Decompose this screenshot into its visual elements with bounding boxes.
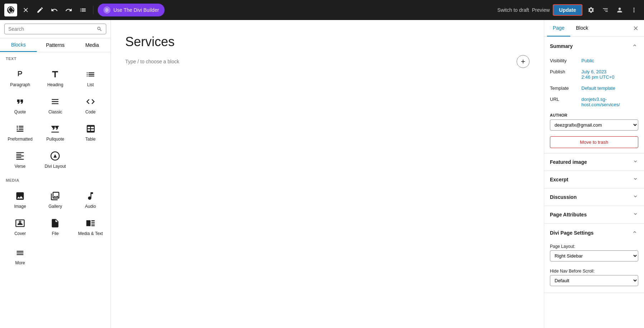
excerpt-chevron (633, 176, 638, 183)
quote-label: Quote (14, 109, 26, 114)
more-block-icon (15, 248, 25, 258)
publish-label: Publish (550, 69, 579, 74)
divi-settings-toggle[interactable] (631, 229, 638, 237)
gallery-icon (50, 191, 60, 201)
block-paragraph[interactable]: Paragraph (3, 64, 37, 91)
template-label: Template (550, 85, 579, 91)
file-icon (50, 218, 60, 228)
add-block-button[interactable] (517, 55, 530, 68)
block-audio[interactable]: Audio (73, 186, 108, 212)
chevron-down-icon-3 (633, 194, 638, 199)
publish-value[interactable]: July 6, 2023 2:46 pm UTC+0 (581, 69, 614, 80)
view-toggle-button[interactable] (600, 4, 611, 16)
preview-button[interactable]: Preview (532, 7, 550, 13)
template-row: Template Default template (544, 83, 644, 94)
cover-label: Cover (14, 231, 26, 236)
tab-block[interactable]: Block (570, 20, 594, 36)
discussion-header[interactable]: Discussion (544, 189, 644, 206)
publish-line2: 2:46 pm UTC+0 (581, 74, 614, 80)
close-button[interactable] (20, 4, 31, 16)
classic-label: Classic (48, 109, 62, 114)
publish-row: Publish July 6, 2023 2:46 pm UTC+0 (544, 66, 644, 83)
discussion-title: Discussion (550, 194, 577, 200)
more-options-button[interactable] (628, 4, 640, 16)
block-preformatted[interactable]: Preformatted (3, 119, 37, 145)
block-media-text[interactable]: Media & Text (73, 213, 108, 240)
block-more[interactable]: More (3, 243, 37, 269)
tab-patterns[interactable]: Patterns (37, 38, 74, 52)
settings-button[interactable] (585, 4, 597, 16)
table-icon (86, 124, 96, 134)
close-panel-button[interactable] (630, 23, 641, 34)
topbar-right: Switch to draft Preview Update (497, 4, 640, 16)
redo-button[interactable] (63, 4, 74, 16)
featured-image-chevron (633, 158, 638, 166)
visibility-row: Visibility Public (544, 55, 644, 66)
block-image[interactable]: Image (3, 186, 37, 212)
block-verse[interactable]: Verse (3, 146, 37, 172)
visibility-value[interactable]: Public (581, 58, 594, 63)
text-section-label: TEXT (0, 52, 111, 63)
url-label: URL (550, 97, 579, 102)
image-icon (15, 191, 25, 201)
page-attributes-header[interactable]: Page Attributes (544, 206, 644, 223)
pencil-button[interactable] (34, 4, 46, 16)
block-divi-layout[interactable]: Divi Layout (38, 146, 72, 172)
tab-page[interactable]: Page (547, 20, 570, 36)
summary-toggle[interactable] (631, 42, 638, 50)
summary-section-header[interactable]: Summary (544, 37, 644, 55)
switch-draft-button[interactable]: Switch to draft (497, 7, 529, 13)
block-quote[interactable]: Quote (3, 92, 37, 118)
hide-nav-select[interactable]: Default Yes No (550, 275, 638, 286)
undo-button[interactable] (49, 4, 60, 16)
block-file[interactable]: File (38, 213, 72, 240)
page-layout-select[interactable]: Right Sidebar Left Sidebar Full Width No… (550, 250, 638, 261)
chevron-down-icon-4 (633, 211, 638, 217)
excerpt-header[interactable]: Excerpt (544, 171, 644, 188)
update-button[interactable]: Update (553, 4, 582, 16)
chevron-down-icon-2 (633, 176, 638, 182)
search-input-wrap (4, 24, 106, 34)
divi-builder-button[interactable]: D Use The Divi Builder (98, 4, 165, 16)
media-text-icon (86, 218, 96, 228)
text-block-grid: Paragraph Heading List Quote Classic C (0, 63, 111, 174)
block-cover[interactable]: Cover (3, 213, 37, 240)
divi-settings-header[interactable]: Divi Page Settings (544, 224, 644, 242)
preformatted-icon (15, 124, 25, 134)
left-panel: Blocks Patterns Media TEXT Paragraph Hea… (0, 20, 111, 328)
tab-media[interactable]: Media (74, 38, 111, 52)
block-list[interactable]: List (73, 64, 108, 91)
block-pullquote[interactable]: Pullquote (38, 119, 72, 145)
divi-layout-icon (50, 151, 60, 161)
author-section: AUTHOR deezgrafix@gmail.com (544, 110, 644, 135)
url-value[interactable]: donjetv3.sg-host.com/services/ (581, 97, 638, 107)
right-panel: Page Block Summary Visibility Public Pub… (544, 20, 644, 328)
template-value[interactable]: Default template (581, 85, 615, 91)
page-attributes-title: Page Attributes (550, 212, 587, 217)
author-select[interactable]: deezgrafix@gmail.com (550, 119, 638, 131)
block-classic[interactable]: Classic (38, 92, 72, 118)
search-input[interactable] (8, 26, 97, 32)
block-code[interactable]: Code (73, 92, 108, 118)
featured-image-header[interactable]: Featured image (544, 153, 644, 171)
audio-icon (86, 191, 96, 201)
image-label: Image (14, 204, 26, 209)
gallery-label: Gallery (48, 204, 62, 209)
list-label: List (87, 82, 94, 87)
block-heading[interactable]: Heading (38, 64, 72, 91)
classic-icon (50, 97, 60, 107)
list-view-button[interactable] (77, 4, 89, 16)
user-button[interactable] (614, 4, 625, 16)
topbar: D Use The Divi Builder Switch to draft P… (0, 0, 644, 20)
page-title[interactable] (125, 34, 530, 49)
media-section-label: MEDIA (0, 174, 111, 185)
more-block-grid: More (0, 241, 111, 270)
divi-layout-label: Divi Layout (45, 164, 66, 169)
block-gallery[interactable]: Gallery (38, 186, 72, 212)
move-trash-button[interactable]: Move to trash (550, 136, 638, 148)
tab-blocks[interactable]: Blocks (0, 38, 37, 52)
excerpt-title: Excerpt (550, 177, 568, 182)
hide-nav-label: Hide Nav Before Scroll: (550, 269, 638, 274)
featured-image-title: Featured image (550, 159, 587, 165)
block-table[interactable]: Table (73, 119, 108, 145)
